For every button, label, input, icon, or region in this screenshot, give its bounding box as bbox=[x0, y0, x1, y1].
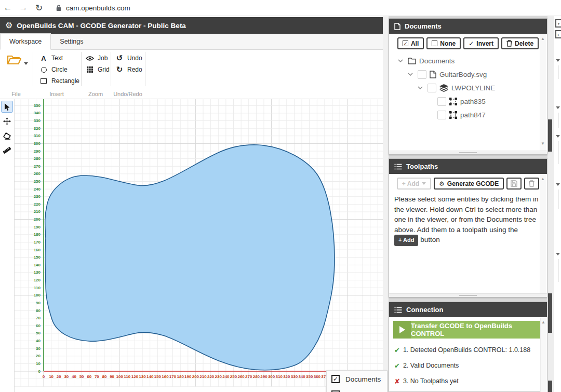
refresh-button[interactable]: ↻ bbox=[31, 3, 47, 13]
y-axis-tick: 230 bbox=[16, 194, 41, 199]
documents-scrollbar[interactable]: ▲ ▼ bbox=[540, 34, 546, 151]
y-axis-tick: 250 bbox=[16, 179, 41, 184]
toolpaths-message: Please select some entities by clicking … bbox=[394, 194, 544, 246]
x-axis-tick: 340 bbox=[298, 374, 305, 379]
layers-icon bbox=[439, 84, 448, 92]
tree-checkbox[interactable] bbox=[437, 97, 446, 106]
collapse-panel-button[interactable]: ▾ bbox=[555, 19, 561, 28]
y-axis-tick: 90 bbox=[16, 301, 41, 305]
address-bar[interactable]: cam.openbuilds.com bbox=[56, 4, 130, 12]
y-axis-tick: 30 bbox=[16, 346, 41, 351]
y-axis-tick: 320 bbox=[16, 126, 41, 131]
panel-handle-icon[interactable] bbox=[556, 106, 560, 109]
x-axis-tick: 80 bbox=[102, 374, 107, 379]
x-axis-tick: 230 bbox=[215, 374, 222, 379]
tree-row-documents[interactable]: Documents bbox=[389, 54, 547, 67]
delete-toolpath-button[interactable] bbox=[524, 178, 539, 190]
x-axis-tick: 50 bbox=[79, 374, 84, 379]
connection-panel-title: Connection bbox=[406, 306, 444, 314]
panel-handle-icon[interactable] bbox=[556, 183, 560, 186]
tool-eraser-button[interactable] bbox=[1, 130, 13, 142]
workspace-canvas[interactable]: 0102030405060708090100110120130140150160… bbox=[15, 99, 383, 387]
delete-document-button[interactable]: Delete bbox=[501, 37, 539, 49]
tree-checkbox[interactable] bbox=[437, 111, 446, 119]
documents-resize-handle[interactable] bbox=[389, 151, 547, 154]
scrollbar-thumb[interactable] bbox=[548, 293, 552, 333]
forward-button[interactable]: → bbox=[16, 3, 31, 13]
connection-panel: Connection Transfer GCODE to OpenBuilds … bbox=[389, 302, 547, 392]
page-scrollbar[interactable] bbox=[547, 16, 554, 392]
x-axis-tick: 180 bbox=[177, 374, 183, 379]
x-axis-tick: 320 bbox=[283, 374, 290, 379]
expand-panel-button[interactable]: ▸ bbox=[555, 30, 561, 38]
x-axis-tick: 200 bbox=[192, 374, 199, 379]
zoom-job-button[interactable]: Job bbox=[86, 52, 110, 64]
check-icon: ✔ bbox=[394, 346, 400, 354]
chevron-down-icon bbox=[24, 62, 28, 65]
redo-button[interactable]: ↻ Redo bbox=[115, 64, 142, 75]
y-axis-tick: 270 bbox=[16, 164, 41, 169]
tree-row-path847[interactable]: path847 bbox=[389, 108, 547, 121]
select-all-button[interactable]: ✓ All bbox=[397, 37, 424, 49]
tree-row-path835[interactable]: path835 bbox=[389, 94, 547, 108]
tool-move-button[interactable] bbox=[1, 115, 13, 127]
insert-rectangle-button[interactable]: Rectangle bbox=[39, 75, 79, 87]
scrollbar-thumb[interactable] bbox=[548, 119, 552, 152]
tab-workspace[interactable]: Workspace bbox=[0, 33, 51, 50]
x-axis-tick: 360 bbox=[314, 374, 320, 379]
toolpaths-scrollbar[interactable]: ▲ bbox=[540, 174, 546, 294]
chevron-down-icon bbox=[422, 182, 426, 185]
save-gcode-button[interactable] bbox=[506, 178, 522, 190]
y-axis-tick: 290 bbox=[16, 149, 41, 154]
documents-visibility-checkbox[interactable]: ✓ bbox=[331, 375, 340, 383]
add-toolpath-button[interactable]: + Add bbox=[397, 178, 431, 190]
scroll-up-icon[interactable]: ▲ bbox=[541, 320, 545, 325]
panel-handle-line bbox=[558, 141, 558, 164]
connection-scrollbar[interactable]: ▲ bbox=[540, 318, 547, 392]
gear-icon: ⚙ bbox=[439, 180, 445, 187]
x-axis-tick: 160 bbox=[162, 374, 168, 379]
group-label-insert: Insert bbox=[49, 91, 64, 97]
scrollbar-thumb[interactable] bbox=[548, 381, 552, 392]
invert-selection-button[interactable]: ✓ Invert bbox=[463, 37, 499, 49]
zoom-job-label: Job bbox=[98, 55, 108, 62]
tab-settings[interactable]: Settings bbox=[51, 34, 92, 49]
panel-handle-icon[interactable] bbox=[556, 59, 560, 62]
y-axis-tick: 330 bbox=[16, 118, 41, 123]
tree-checkbox[interactable] bbox=[418, 70, 426, 79]
toolpaths-resize-handle[interactable] bbox=[389, 293, 547, 297]
tree-row-lwpolyline[interactable]: LWPOLYLINE bbox=[389, 81, 547, 94]
toolpaths-panel: Toolpaths + Add ⚙ Generate GCODE bbox=[389, 158, 547, 298]
tree-checkbox[interactable] bbox=[428, 84, 436, 92]
x-axis-tick: 210 bbox=[199, 374, 206, 379]
zoom-grid-button[interactable]: Grid bbox=[86, 64, 110, 75]
scroll-down-icon[interactable]: ▼ bbox=[541, 141, 545, 146]
chevron-down-icon[interactable] bbox=[396, 59, 405, 62]
insert-circle-button[interactable]: Circle bbox=[39, 64, 79, 75]
scroll-up-icon[interactable]: ▲ bbox=[541, 36, 545, 41]
documents-panel: Documents ✓ All None ✓ Invert bbox=[389, 18, 547, 155]
grid-icon bbox=[86, 66, 94, 73]
scroll-up-icon[interactable]: ▲ bbox=[541, 177, 545, 181]
transfer-gcode-button[interactable]: Transfer GCODE to OpenBuilds CONTROL bbox=[393, 321, 544, 339]
x-axis-tick: 170 bbox=[169, 374, 176, 379]
guitar-body-shape[interactable] bbox=[45, 145, 335, 370]
tool-ruler-button[interactable] bbox=[1, 144, 13, 156]
tool-select-button[interactable] bbox=[1, 101, 13, 113]
select-none-button[interactable]: None bbox=[426, 37, 461, 49]
panel-handle-icon[interactable] bbox=[556, 135, 560, 138]
x-axis-tick: 110 bbox=[124, 374, 130, 379]
insert-text-button[interactable]: A Text bbox=[39, 52, 79, 64]
undo-button[interactable]: ↺ Undo bbox=[115, 52, 142, 64]
x-axis-tick: 150 bbox=[154, 374, 161, 379]
panel-handle-line bbox=[558, 259, 558, 282]
connection-panel-header: Connection bbox=[389, 302, 547, 317]
chevron-down-icon[interactable] bbox=[406, 73, 415, 76]
back-button[interactable]: ← bbox=[0, 3, 16, 13]
tree-row-guitarbody-svg[interactable]: GuitarBody.svg bbox=[389, 67, 547, 81]
app-header: ⚙ OpenBuilds CAM - GCODE Generator - Pub… bbox=[0, 17, 383, 34]
invert-selection-label: Invert bbox=[476, 40, 493, 47]
panel-handle-icon[interactable] bbox=[556, 253, 560, 255]
chevron-down-icon[interactable] bbox=[416, 86, 424, 89]
generate-gcode-button[interactable]: ⚙ Generate GCODE bbox=[434, 178, 504, 190]
